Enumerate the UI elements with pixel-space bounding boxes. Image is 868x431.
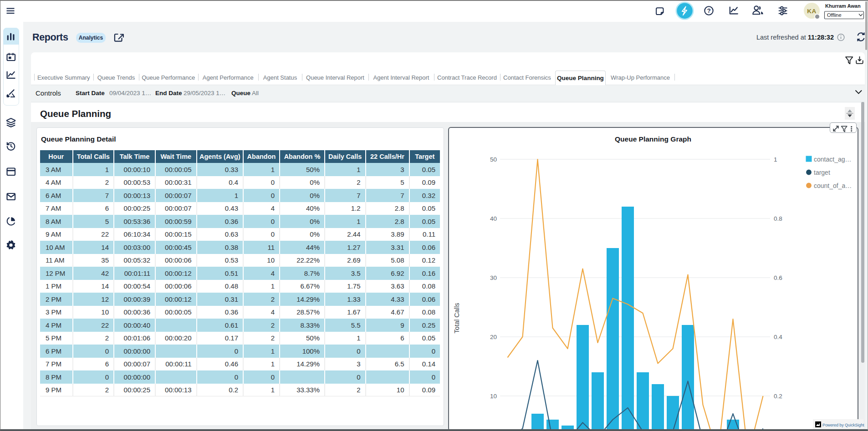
svg-text:Offline: Offline — [827, 12, 842, 18]
svg-text:Khurram Awan: Khurram Awan — [825, 3, 861, 9]
svg-text:KA: KA — [807, 8, 817, 15]
svg-text:?: ? — [707, 7, 710, 14]
